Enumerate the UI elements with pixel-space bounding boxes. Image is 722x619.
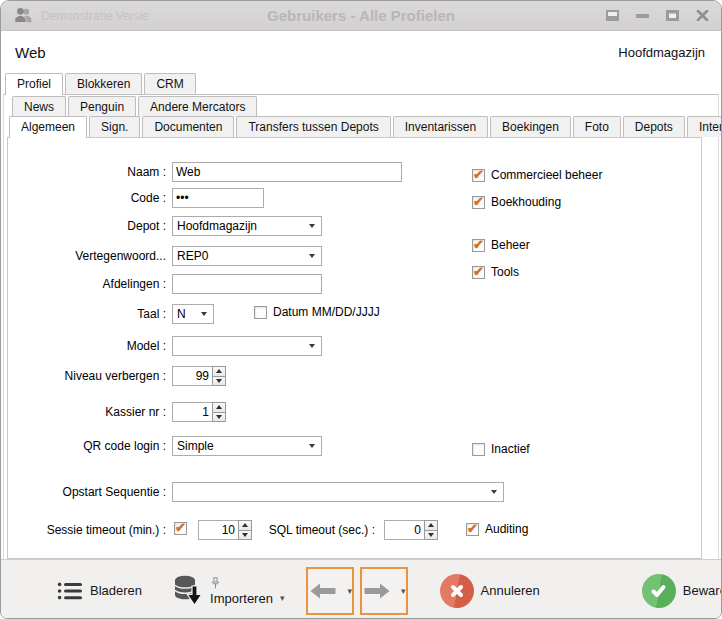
- spinner-buttons: [424, 520, 438, 540]
- bewaren-button[interactable]: Bewaren: [642, 574, 722, 608]
- taal-combobox[interactable]: N: [172, 304, 214, 324]
- tab-profiel[interactable]: Profiel: [5, 73, 63, 95]
- tab-interface[interactable]: Interface: [687, 116, 722, 137]
- taal-label: Taal :: [8, 307, 166, 321]
- spin-up-icon[interactable]: [212, 402, 226, 413]
- spin-up-icon[interactable]: [424, 520, 438, 531]
- sessie-timeout-checkbox[interactable]: [174, 522, 187, 535]
- beheer-checkbox[interactable]: [472, 239, 485, 252]
- tab-transfers-tussen-depots[interactable]: Transfers tussen Depots: [236, 116, 390, 137]
- spinner-buttons: [238, 520, 252, 540]
- spinner-buttons: [212, 402, 226, 422]
- chevron-down-icon: [201, 312, 207, 316]
- tab-page-profiel: News Penguin Andere Mercators Algemeen S…: [3, 94, 719, 559]
- model-combobox[interactable]: [172, 336, 322, 356]
- boekhouding-checkbox[interactable]: [472, 196, 485, 209]
- boekhouding-label: Boekhouding: [491, 195, 561, 209]
- minimize-icon[interactable]: [635, 10, 649, 22]
- importeren-label-group: Importeren ▾: [210, 577, 284, 605]
- chevron-down-icon[interactable]: ▾: [347, 586, 352, 596]
- depot-label: Depot :: [8, 219, 166, 233]
- opstart-sequentie-combobox[interactable]: [172, 482, 504, 502]
- boekhouding-checkbox-row: Boekhouding: [472, 195, 561, 209]
- commercieel-beheer-checkbox[interactable]: [472, 169, 485, 182]
- niveau-verbergen-input[interactable]: [172, 366, 212, 386]
- beheer-label: Beheer: [491, 238, 530, 252]
- inactief-checkbox-row: Inactief: [472, 442, 530, 456]
- tab-sign[interactable]: Sign.: [89, 116, 140, 137]
- tab-boekingen[interactable]: Boekingen: [490, 116, 571, 137]
- tools-checkbox[interactable]: [472, 266, 485, 279]
- vertegenwoordiger-value: REP0: [177, 249, 208, 263]
- naam-input[interactable]: [172, 162, 402, 182]
- tab-news[interactable]: News: [12, 96, 66, 117]
- commercieel-beheer-checkbox-row: Commercieel beheer: [472, 168, 602, 182]
- sessie-timeout-label: Sessie timeout (min.) :: [8, 523, 166, 537]
- tab-andere-mercators[interactable]: Andere Mercators: [138, 96, 257, 117]
- bottom-toolbar: Bladeren Importeren ▾: [1, 559, 721, 619]
- dock-window-icon[interactable]: [605, 10, 619, 22]
- qr-code-login-combobox[interactable]: Simple: [172, 436, 322, 456]
- spin-down-icon[interactable]: [424, 531, 438, 541]
- titlebar: Demonstratie Versie Gebruikers - Alle Pr…: [1, 1, 721, 31]
- bladeren-label: Bladeren: [90, 583, 142, 598]
- sessie-timeout-input[interactable]: [198, 520, 238, 540]
- niveau-verbergen-spinner: [172, 366, 226, 386]
- beheer-checkbox-row: Beheer: [472, 238, 530, 252]
- vertegenwoordiger-combobox[interactable]: REP0: [172, 246, 322, 266]
- tools-checkbox-row: Tools: [472, 265, 519, 279]
- niveau-verbergen-label: Niveau verbergen :: [8, 369, 166, 383]
- kassier-nr-label: Kassier nr :: [8, 405, 166, 419]
- tab-depots[interactable]: Depots: [623, 116, 685, 137]
- annuleren-button[interactable]: Annuleren: [440, 574, 540, 608]
- code-input[interactable]: [172, 188, 264, 208]
- tab-blokkeren[interactable]: Blokkeren: [65, 73, 142, 94]
- previous-record-button[interactable]: ▾: [306, 567, 354, 615]
- tab-crm[interactable]: CRM: [144, 73, 195, 94]
- depot-combobox[interactable]: Hoofdmagazijn: [172, 216, 322, 236]
- sessie-timeout-checkbox-row: [174, 522, 187, 535]
- datum-formaat-checkbox[interactable]: [254, 306, 267, 319]
- sessie-timeout-spinner: [198, 520, 252, 540]
- close-icon[interactable]: [695, 10, 709, 22]
- bladeren-button[interactable]: Bladeren: [57, 581, 142, 601]
- spin-down-icon[interactable]: [238, 531, 252, 541]
- commercieel-beheer-label: Commercieel beheer: [491, 168, 602, 182]
- tabs-level3: Algemeen Sign. Documenten Transfers tuss…: [4, 117, 718, 137]
- sql-timeout-input[interactable]: [384, 520, 424, 540]
- window-controls: [605, 10, 709, 22]
- spin-up-icon[interactable]: [212, 366, 226, 377]
- kassier-nr-input[interactable]: [172, 402, 212, 422]
- auditing-checkbox[interactable]: [466, 523, 479, 536]
- cancel-icon: [440, 574, 474, 608]
- pin-icon: [210, 577, 221, 589]
- bewaren-label: Bewaren: [683, 583, 722, 598]
- list-icon: [57, 581, 83, 601]
- save-check-icon: [642, 574, 676, 608]
- qr-code-login-value: Simple: [177, 439, 214, 453]
- tab-algemeen[interactable]: Algemeen: [9, 116, 87, 138]
- qr-code-login-label: QR code login :: [8, 439, 166, 453]
- chevron-down-icon: [309, 344, 315, 348]
- inactief-checkbox[interactable]: [472, 443, 485, 456]
- afdelingen-input[interactable]: [172, 274, 322, 294]
- tab-inventarissen[interactable]: Inventarissen: [393, 116, 488, 137]
- tab-foto[interactable]: Foto: [573, 116, 621, 137]
- model-label: Model :: [8, 339, 166, 353]
- profile-name: Web: [15, 44, 46, 61]
- tab-page-algemeen: Naam : Code : Depot : Hoofdmagazijn Vert…: [7, 137, 702, 559]
- maximize-icon[interactable]: [665, 10, 679, 22]
- tab-penguin[interactable]: Penguin: [68, 96, 136, 117]
- datum-formaat-checkbox-row: Datum MM/DD/JJJJ: [254, 305, 380, 319]
- spin-down-icon[interactable]: [212, 377, 226, 387]
- next-record-button[interactable]: ▾: [360, 567, 408, 615]
- chevron-down-icon[interactable]: ▾: [401, 586, 406, 596]
- importeren-button[interactable]: Importeren ▾: [174, 574, 284, 607]
- importeren-label: Importeren: [210, 592, 273, 605]
- sql-timeout-spinner: [384, 520, 438, 540]
- kassier-nr-spinner: [172, 402, 226, 422]
- spin-down-icon[interactable]: [212, 413, 226, 423]
- spin-up-icon[interactable]: [238, 520, 252, 531]
- tab-documenten[interactable]: Documenten: [142, 116, 234, 137]
- database-import-icon: [174, 574, 203, 607]
